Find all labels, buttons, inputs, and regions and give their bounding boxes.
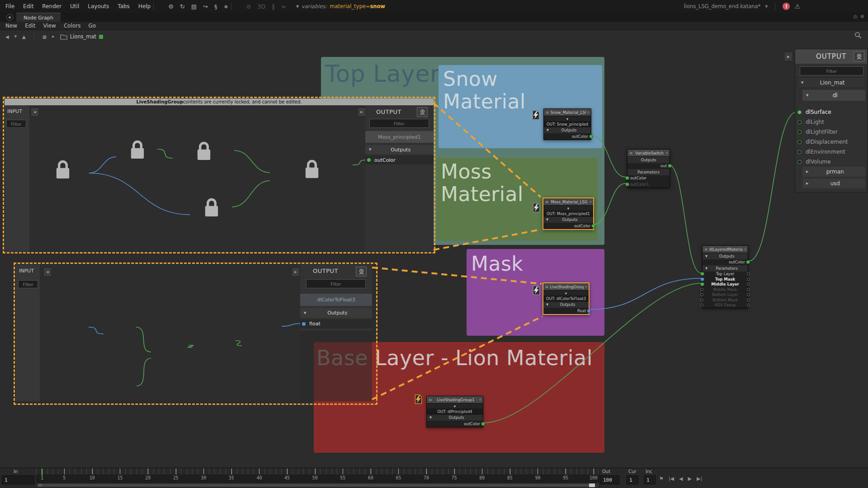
close-icon[interactable]: ⊗	[860, 14, 864, 19]
graph-menu-colors[interactable]: Colors	[64, 23, 81, 29]
renderer-prman[interactable]: ▶prman	[802, 167, 865, 177]
node-row-middle-layer[interactable]: Middle Layer	[703, 282, 748, 287]
menu-util[interactable]: Util	[70, 3, 79, 9]
menu-file[interactable]: File	[5, 3, 14, 9]
node-row-top-layer[interactable]: Top Layer	[703, 272, 748, 277]
node-row-outcolor[interactable]: outColor	[627, 175, 670, 182]
burst-icon[interactable]: ∗	[223, 3, 228, 10]
section-collapse-icon[interactable]: ▼	[546, 303, 548, 306]
terminal-port-dlenvironment[interactable]: dlEnvironment	[795, 147, 867, 157]
collapse-icon[interactable]: ▾	[479, 398, 481, 402]
node-row-bottom-layer[interactable]: Bottom Layer	[703, 292, 748, 298]
timeline-ruler[interactable]	[36, 469, 599, 474]
input-port[interactable]	[625, 182, 629, 186]
chevron-down-icon[interactable]: ▼	[765, 5, 768, 9]
graph-menu-go[interactable]: Go	[89, 23, 96, 29]
up-arrow-icon[interactable]: ▲	[22, 34, 26, 39]
input-port[interactable]	[625, 176, 629, 180]
node-row-outcolor[interactable]: outColor	[544, 133, 591, 140]
prev-frame-icon[interactable]: ◀	[679, 476, 683, 482]
menu-help[interactable]: Help	[138, 3, 151, 9]
terminal-port-dldisplacement[interactable]: dlDisplacement	[795, 137, 867, 147]
port-dot[interactable]	[797, 120, 802, 124]
node-menu-icon[interactable]: ≡	[704, 247, 708, 252]
current-frame-field[interactable]: 1	[627, 475, 638, 484]
playhead[interactable]	[42, 469, 42, 475]
node-menu-icon[interactable]: ≡	[545, 200, 549, 204]
input-port[interactable]	[700, 272, 704, 276]
node-Moss_Material_LSG[interactable]: ≡Moss_Material_LSG▾▾OUT: Moss_principled…	[542, 197, 594, 230]
increment-field[interactable]: 1	[644, 475, 656, 484]
node-graph-canvas[interactable]: LiveShadingGroup contents are currently …	[0, 0, 868, 488]
gear-icon[interactable]: ⚙	[168, 3, 174, 10]
port-dot[interactable]	[797, 140, 802, 144]
node-row-middle-mask[interactable]: Middle Mask	[703, 287, 748, 292]
collapse-icon[interactable]: ▾	[744, 248, 746, 251]
section-collapse-icon[interactable]: ▼	[705, 254, 708, 258]
node-row-out[interactable]: out	[627, 163, 670, 169]
node-row-outcolor[interactable]: outColor	[703, 259, 748, 266]
panel-menu-icon[interactable]: ◎	[853, 14, 858, 19]
output-port[interactable]	[587, 309, 591, 313]
node-menu-icon[interactable]: ≡	[546, 110, 549, 115]
chevron-down-icon[interactable]: ▼	[296, 5, 299, 9]
camera-icon[interactable]	[854, 52, 864, 61]
group1-output-filter[interactable]	[369, 119, 429, 128]
output-port[interactable]	[747, 288, 750, 291]
input-port[interactable]	[700, 298, 703, 301]
search-icon[interactable]	[854, 32, 862, 41]
back-arrow-icon[interactable]: ◀	[5, 34, 9, 39]
chevron-down-icon[interactable]: ▼	[14, 35, 17, 38]
prev-key-icon[interactable]: |◀	[669, 476, 674, 482]
node-row-float[interactable]: float	[543, 308, 589, 314]
input-port[interactable]	[700, 277, 704, 281]
slate-icon[interactable]: ▤	[191, 3, 197, 10]
output-port[interactable]	[747, 293, 750, 296]
output-port[interactable]	[589, 134, 593, 138]
out-frame-field[interactable]: 100	[600, 475, 619, 484]
node-header[interactable]: ≡Moss_Material_LSG▾	[543, 198, 593, 206]
output-port[interactable]	[747, 283, 750, 286]
section-collapse-icon[interactable]: ▼	[546, 218, 548, 221]
collapse-icon[interactable]: ▾	[585, 285, 587, 289]
input-port[interactable]	[700, 282, 704, 286]
group2-float-item[interactable]: float	[300, 319, 372, 328]
group2-selected-node[interactable]: dlColorToFloat3	[300, 294, 372, 306]
node-row-outcolor[interactable]: outColor	[543, 223, 593, 229]
terminal-port-dlsurface[interactable]: dlSurface	[795, 107, 867, 117]
port-dot[interactable]	[797, 110, 802, 114]
next-key-icon[interactable]: ▶|	[697, 476, 702, 482]
refresh-icon[interactable]: ↻	[180, 3, 185, 10]
group1-camera-icon[interactable]	[417, 107, 428, 117]
material-root-row[interactable]: ▼Lion_mat	[797, 77, 865, 88]
node-row-top-mask[interactable]: Top Mask	[703, 277, 748, 282]
input-port[interactable]	[700, 293, 703, 296]
node-header[interactable]: ≡LiveShadingGroup1▾	[427, 396, 483, 404]
menu-layouts[interactable]: Layouts	[88, 3, 109, 9]
section-collapse-icon[interactable]: ▼	[547, 128, 549, 132]
output-port[interactable]	[591, 224, 595, 228]
node-Snow_Material_LSG[interactable]: ≡Snow_Material_LSG▾▾OUT: Snow_principled…	[543, 108, 591, 140]
node-LiveShadingGroup[interactable]: ≡LiveShadingGroup▾▾OUT: dlColorToFloat3▼…	[542, 282, 590, 315]
collapse-icon[interactable]: ▾	[587, 111, 589, 114]
group2-input-collapse-button[interactable]: ◀	[43, 267, 52, 277]
terminal-port-dllight[interactable]: dlLight	[795, 117, 867, 127]
error-icon[interactable]: !	[783, 3, 790, 10]
dl-namespace-row[interactable]: ▼dl	[802, 90, 865, 101]
node-header[interactable]: ≡LiveShadingGroup▾	[543, 283, 589, 291]
timeline-scrollbar[interactable]	[38, 484, 593, 487]
graph-state-variables[interactable]: ▼ variables: material_type=snow	[296, 3, 385, 9]
breadcrumb[interactable]: Lions_mat	[60, 33, 103, 40]
output-port[interactable]	[747, 304, 750, 307]
port-dot[interactable]	[797, 150, 802, 154]
node-row-bottom-mask[interactable]: Bottom Mask	[703, 297, 748, 303]
renderer-usd[interactable]: ▶usd	[802, 178, 865, 188]
output-port[interactable]	[746, 260, 750, 264]
in-frame-field[interactable]: 1	[2, 475, 34, 484]
collapse-icon[interactable]: ▾	[666, 151, 668, 155]
scrollbar-right-grip[interactable]	[589, 483, 595, 487]
scrollbar-left-grip[interactable]	[38, 484, 42, 487]
output-port[interactable]	[668, 164, 672, 168]
terminal-port-dlvolume[interactable]: dlVolume	[795, 157, 867, 167]
terminal-port-dllightfilter[interactable]: dlLightFilter	[795, 127, 867, 137]
